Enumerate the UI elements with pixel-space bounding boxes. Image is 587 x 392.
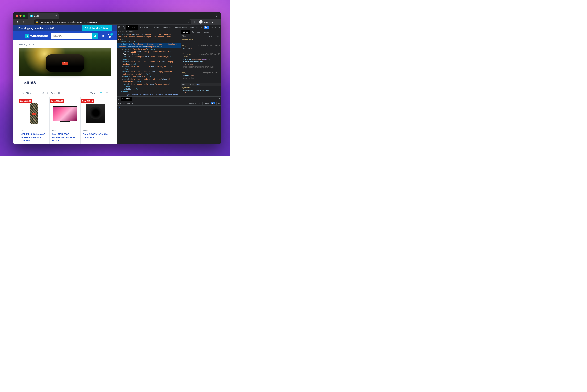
clear-console-icon[interactable]: ⊘	[123, 102, 125, 104]
device-toggle-icon[interactable]	[122, 26, 126, 29]
drawer-tab-console[interactable]: Console	[121, 96, 132, 101]
devtools-tabs: Elements Console Sources Network Perform…	[117, 25, 221, 30]
dom-line: ▸<div id="shopify-section-footer" class=…	[117, 83, 181, 85]
dom-line: ▸<head>…</head>	[117, 40, 181, 43]
crumb-home[interactable]: Home	[19, 43, 25, 46]
hov-toggle[interactable]: :hov	[206, 35, 210, 37]
settings-icon[interactable]: ⚙	[211, 26, 213, 29]
close-drawer-icon[interactable]: ✕	[218, 98, 220, 100]
breadcrumb-selected: body.warehouse--v1.features--animate-zoo…	[124, 94, 179, 96]
styles-rules[interactable]: element.style {} theme.css?v…693? [sm]:1…	[181, 38, 221, 92]
reload-button[interactable]	[27, 20, 32, 24]
tabs-overflow-icon[interactable]: »	[211, 30, 216, 34]
product-card[interactable]: Save $800.00 SONY Sony XBR-950G BRAVIA 4…	[50, 97, 80, 144]
tab-console[interactable]: Console	[138, 25, 150, 30]
cls-toggle[interactable]: .cls	[211, 35, 214, 37]
hero-image: JBL	[19, 48, 111, 76]
tab-sources[interactable]: Sources	[150, 25, 161, 30]
svg-rect-0	[194, 21, 196, 23]
logo-cube-icon	[25, 34, 29, 38]
svg-point-3	[109, 37, 109, 38]
tabs-overflow-icon[interactable]: »	[200, 26, 203, 29]
list-view-icon[interactable]	[105, 92, 108, 94]
dom-line: <!DOCTYPE html>	[117, 30, 181, 33]
dom-line: Skip to content</a>	[117, 53, 181, 56]
svg-rect-12	[101, 94, 102, 94]
filter-button[interactable]: Filter	[26, 92, 31, 94]
console-sidebar-icon[interactable]: ⏵⏴	[118, 102, 122, 104]
tab-layout[interactable]: Layout	[202, 30, 211, 34]
address-bar[interactable]: 🔒 warehouse-theme-metal.myshopify.com/co…	[34, 20, 191, 24]
forward-button[interactable]	[21, 20, 26, 24]
subscribe-button[interactable]: Subscribe & Save	[82, 25, 112, 31]
grid-view-icon[interactable]	[100, 92, 103, 94]
console-drawer: ⋮ Console ✕ ⏵⏴ ⊘ top ▾ ◉ Default levels …	[117, 96, 221, 144]
svg-rect-10	[102, 93, 102, 94]
site-logo[interactable]: Warehouse	[25, 34, 48, 38]
search-input[interactable]	[51, 33, 92, 39]
dom-line: …</div>	[117, 68, 181, 70]
messages-badge[interactable]: 💬1	[204, 26, 209, 29]
drawer-menu-icon[interactable]: ⋮	[117, 98, 120, 100]
inherited-label: Inherited from html.js	[181, 83, 221, 86]
new-tab-button[interactable]: ＋	[60, 14, 65, 18]
styles-tabs: Styles Computed Layout »	[181, 30, 221, 34]
computed-toggle-icon[interactable]: ▭	[217, 35, 218, 37]
product-brand: JBL	[21, 130, 47, 132]
tab-performance[interactable]: Performance	[173, 25, 188, 30]
dom-line: </span>	[117, 58, 181, 60]
dom-tree[interactable]: <!DOCTYPE html> <html class="js" lang="e…	[117, 30, 181, 92]
issues-badge[interactable]: 1 Issue:💬1	[202, 102, 217, 105]
menu-icon[interactable]	[18, 35, 21, 37]
browser-window: S Sales ✕ ＋ ⌄ 🔒 warehouse-theme-metal.my…	[13, 12, 221, 144]
context-selector[interactable]: top ▾	[126, 102, 130, 104]
tab-network[interactable]: Network	[161, 25, 172, 30]
zoom-window-button[interactable]	[23, 15, 25, 17]
browser-tab[interactable]: S Sales ✕	[28, 13, 59, 19]
browser-menu-icon[interactable]: ⋮	[214, 20, 219, 24]
product-card[interactable]: Save $25.00 JBL JBL Flip 4 Waterproof Po…	[19, 97, 50, 144]
logo-text: Warehouse	[30, 34, 48, 38]
envelope-icon	[85, 27, 88, 29]
console-filter-input[interactable]	[135, 102, 184, 105]
inspect-icon[interactable]	[117, 26, 121, 29]
dom-line: section">…</div>	[117, 63, 181, 65]
tab-styles[interactable]: Styles	[181, 30, 190, 34]
minimize-window-button[interactable]	[19, 15, 21, 17]
chevron-down-icon[interactable]	[64, 92, 66, 94]
window-controls	[16, 15, 25, 17]
incognito-indicator[interactable]: 🕶 Incognito	[199, 20, 213, 24]
tab-memory[interactable]: Memory	[189, 25, 200, 30]
save-badge: Save $800.00	[50, 99, 64, 103]
tab-computed[interactable]: Computed	[190, 30, 202, 34]
more-icon[interactable]: ⋮	[214, 26, 217, 29]
bookmark-star-icon[interactable]: ☆	[187, 21, 189, 23]
svg-rect-15	[106, 92, 108, 92]
account-icon[interactable]	[101, 34, 105, 38]
log-levels-selector[interactable]: Default levels ▾	[185, 102, 201, 105]
tab-elements[interactable]: Elements	[126, 25, 138, 30]
page-header: Warehouse 0	[13, 31, 117, 40]
add-rule-icon[interactable]: ＋	[214, 35, 216, 37]
console-body[interactable]: ❯	[117, 106, 221, 144]
dom-breadcrumb[interactable]: ⋮⋯ body.warehouse--v1.features--animate-…	[117, 92, 221, 96]
styles-filter-input[interactable]	[182, 35, 206, 37]
product-card[interactable]: Save $40.00 SONY Sony SACS9 10" Active S…	[80, 97, 111, 144]
close-devtools-icon[interactable]: ✕	[218, 26, 220, 29]
cart-badge: 0	[110, 33, 113, 36]
dock-icon[interactable]: ⏵⏴	[219, 35, 221, 37]
breadcrumb-menu-icon[interactable]: ⋮	[118, 94, 120, 96]
cart-icon[interactable]: 0	[108, 34, 112, 38]
console-settings-icon[interactable]: ⚙	[218, 102, 220, 104]
close-window-button[interactable]	[16, 15, 18, 17]
tab-overflow-icon[interactable]: ⌄	[216, 14, 218, 18]
incognito-label: Incognito	[204, 21, 213, 23]
close-tab-icon[interactable]: ✕	[55, 15, 57, 17]
back-button[interactable]	[15, 20, 20, 24]
live-expression-icon[interactable]: ◉	[131, 102, 133, 104]
search-button[interactable]	[92, 33, 98, 39]
extensions-icon[interactable]	[193, 20, 198, 24]
dom-line: ▸<div id="shopify-section-popups" class=…	[117, 65, 181, 68]
webpage: Free shipping on orders over $80 Subscri…	[13, 25, 117, 144]
dom-line: <a href="#main" class="visually-hidden s…	[117, 50, 181, 53]
